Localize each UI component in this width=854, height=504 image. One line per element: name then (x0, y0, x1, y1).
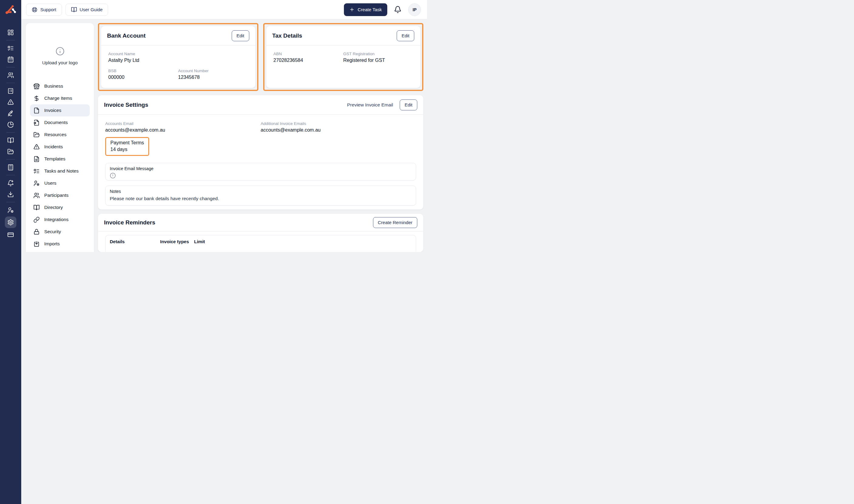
import-icon (33, 241, 40, 247)
upload-logo-area[interactable]: Upload your logo (26, 23, 94, 66)
users-icon[interactable] (5, 69, 16, 81)
gst-registration-value: Registered for GST (343, 58, 413, 63)
folder-open-icon[interactable] (5, 146, 16, 157)
abn-value: 27028236584 (274, 58, 343, 63)
folder-open-icon (33, 132, 40, 138)
tax-details-edit-button[interactable]: Edit (397, 30, 414, 41)
nav-item-tasks-and-notes[interactable]: Tasks and Notes (30, 165, 90, 177)
calculator-icon[interactable] (5, 162, 16, 173)
gst-registration-label: GST Registration (343, 52, 413, 56)
payment-terms-label: Payment Terms (110, 140, 144, 146)
nav-item-participants[interactable]: Participants (30, 189, 90, 201)
signature-icon[interactable] (5, 108, 16, 119)
reminders-table: Details Invoice types Limit (105, 235, 416, 252)
create-reminder-button[interactable]: Create Reminder (373, 217, 417, 228)
invoice-email-message-box[interactable]: Invoice Email Message (105, 163, 416, 180)
user-cog-icon[interactable] (5, 204, 16, 216)
bank-account-edit-button[interactable]: Edit (232, 30, 249, 41)
accounts-email-value: accounts@example.com.au (105, 127, 261, 133)
nav-label: Security (44, 229, 61, 234)
invoice-email-message-label: Invoice Email Message (110, 166, 412, 171)
file-icon (33, 107, 40, 114)
nav-label: Charge Items (44, 95, 72, 101)
nav-label: Imports (44, 241, 60, 247)
file-list-icon[interactable] (5, 85, 16, 96)
lock-icon (33, 229, 40, 235)
support-label: Support (40, 7, 56, 12)
alert-circle-icon (110, 173, 116, 179)
invoice-reminders-title: Invoice Reminders (104, 219, 155, 226)
info-icon (55, 47, 65, 56)
tax-details-title: Tax Details (272, 33, 302, 39)
alert-triangle-icon[interactable] (5, 96, 16, 108)
invoice-settings-edit-button[interactable]: Edit (400, 100, 417, 110)
divider (6, 40, 15, 40)
list-checks-icon[interactable] (5, 42, 16, 54)
nav-item-imports[interactable]: Imports (30, 238, 90, 250)
bsb-value: 000000 (108, 75, 178, 80)
book-open-icon[interactable] (5, 134, 16, 146)
column-header-details: Details (110, 239, 160, 244)
account-number-label: Account Number (178, 69, 248, 73)
dashboard-icon[interactable] (5, 27, 16, 38)
nav-item-business[interactable]: Business (30, 80, 90, 92)
nav-item-incidents[interactable]: Incidents (30, 141, 90, 153)
file-cog-icon (33, 120, 40, 126)
account-name-label: Account Name (108, 52, 248, 56)
tax-details-card: Tax Details Edit ABN 27028236584 GST Reg… (266, 26, 421, 88)
divider (6, 132, 15, 132)
nav-label: Tasks and Notes (44, 168, 78, 174)
support-button[interactable]: Support (26, 4, 62, 16)
account-number-field: Account Number 12345678 (178, 69, 248, 80)
nav-item-security[interactable]: Security (30, 226, 90, 238)
store-icon (33, 83, 40, 89)
plus-icon (349, 7, 355, 12)
alert-triangle-icon (33, 144, 40, 150)
divider (6, 202, 15, 202)
nav-item-documents[interactable]: Documents (30, 116, 90, 129)
nav-item-directory[interactable]: Directory (30, 201, 90, 214)
accounts-email-label: Accounts Email (105, 121, 261, 126)
additional-invoice-emails-label: Additional Invoice Emails (261, 121, 416, 126)
notes-value: Please note our bank details have recent… (110, 196, 412, 201)
nav-item-integrations[interactable]: Integrations (30, 214, 90, 226)
app-logo[interactable] (4, 4, 17, 16)
user-avatar[interactable]: IP (408, 3, 421, 16)
bsb-field: BSB 000000 (108, 69, 178, 80)
nav-item-resources[interactable]: Resources (30, 129, 90, 141)
user-guide-label: User Guide (80, 7, 103, 12)
nav-item-charge-items[interactable]: Charge Items (30, 92, 90, 104)
divider (6, 67, 15, 67)
nav-label: Business (44, 84, 63, 89)
nav-item-invoices[interactable]: Invoices (30, 104, 90, 116)
settings-nav: Business Charge Items Invoices Documents… (26, 80, 94, 250)
nav-item-templates[interactable]: Templates (30, 153, 90, 165)
avatar-initials: IP (413, 7, 416, 12)
nav-label: Incidents (44, 144, 63, 149)
abn-label: ABN (274, 52, 343, 56)
create-task-button[interactable]: Create Task (344, 3, 387, 16)
user-guide-button[interactable]: User Guide (66, 4, 108, 16)
nav-item-users[interactable]: Users (30, 177, 90, 189)
download-icon[interactable] (5, 188, 16, 200)
notifications-bell-icon[interactable] (394, 6, 401, 13)
abn-field: ABN 27028236584 (274, 52, 343, 63)
nav-label: Participants (44, 193, 69, 198)
life-buoy-icon (32, 7, 38, 13)
bank-account-highlight: Bank Account Edit Account Name Astalty P… (98, 23, 258, 91)
pie-chart-icon[interactable] (5, 119, 16, 130)
nav-label: Directory (44, 205, 63, 210)
invoice-settings-title: Invoice Settings (104, 102, 148, 108)
gst-field: GST Registration Registered for GST (343, 52, 413, 63)
settings-icon[interactable] (5, 217, 16, 228)
notes-box[interactable]: Notes Please note our bank details have … (105, 185, 416, 205)
icon-rail (0, 0, 21, 252)
account-number-value: 12345678 (178, 75, 248, 80)
bank-account-title: Bank Account (107, 33, 146, 39)
calendar-icon[interactable] (5, 54, 16, 65)
preview-invoice-email-link[interactable]: Preview Invoice Email (347, 102, 393, 108)
account-name-value: Astalty Pty Ltd (108, 58, 248, 63)
bell-plus-icon[interactable] (5, 177, 16, 188)
link-icon (33, 217, 40, 223)
credit-card-icon[interactable] (5, 229, 16, 240)
